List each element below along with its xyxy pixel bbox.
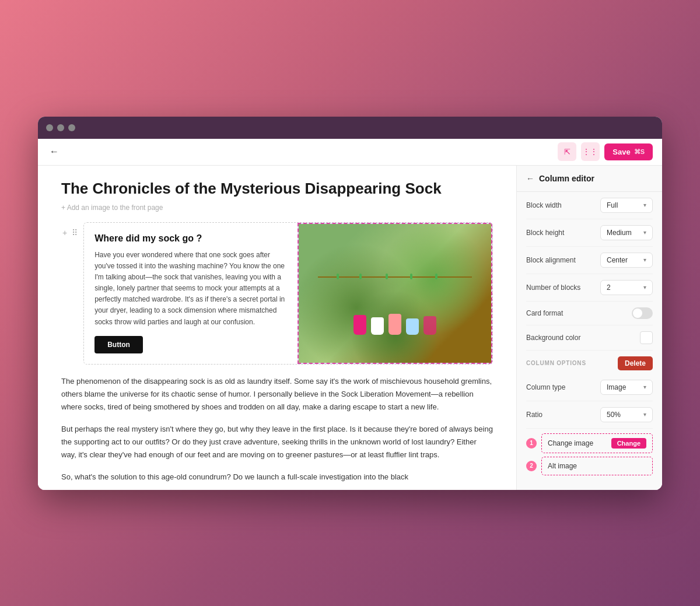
panel-header: ← Column editor xyxy=(517,166,662,192)
toolbar-right: ⇱ ⋮⋮ Save ⌘S xyxy=(558,142,653,161)
block-width-row: Block width Full ▾ xyxy=(526,192,653,219)
text-column: Where did my sock go ? Have you ever won… xyxy=(84,223,298,364)
sock-1 xyxy=(354,315,366,335)
block-width-label: Block width xyxy=(526,201,562,209)
browser-dot-green xyxy=(68,124,75,131)
alt-image-label: Alt image xyxy=(548,462,577,470)
column-type-label: Column type xyxy=(526,383,565,391)
page-title: The Chronicles of the Mysterious Disappe… xyxy=(61,180,493,198)
card-format-toggle[interactable] xyxy=(632,307,653,319)
block-height-value: Medium xyxy=(607,229,632,237)
save-label: Save xyxy=(612,148,630,156)
sock-image xyxy=(299,224,491,363)
ratio-label: Ratio xyxy=(526,411,542,419)
column-type-value: Image xyxy=(607,383,626,391)
chevron-down-icon-4: ▾ xyxy=(643,284,646,290)
block-height-label: Block height xyxy=(526,229,564,237)
block-height-row: Block height Medium ▾ xyxy=(526,219,653,247)
sock-2 xyxy=(371,317,384,335)
panel-section: Block width Full ▾ Block height Medium ▾ xyxy=(517,192,662,351)
toggle-knob xyxy=(633,309,642,318)
back-button[interactable]: ← xyxy=(47,144,61,159)
content-area: The Chronicles of the Mysterious Disappe… xyxy=(38,166,516,490)
number-of-blocks-label: Number of blocks xyxy=(526,283,580,292)
external-link-button[interactable]: ⇱ xyxy=(558,142,576,161)
body-paragraph-2: But perhaps the real mystery isn't where… xyxy=(61,423,493,461)
browser-dots xyxy=(46,124,75,131)
editor-toolbar: ← ⇱ ⋮⋮ Save ⌘S xyxy=(38,139,662,166)
save-button[interactable]: Save ⌘S xyxy=(604,143,653,160)
block-width-value: Full xyxy=(607,201,618,209)
chevron-down-icon: ▾ xyxy=(643,202,646,208)
column-options-section: Column type Image ▾ Ratio 50% ▾ xyxy=(517,374,662,429)
block-row: + ⠿ Where did my sock go ? Have you ever… xyxy=(61,222,493,365)
change-image-field[interactable]: Change image Change xyxy=(541,433,653,453)
block-alignment-row: Block alignment Center ▾ xyxy=(526,247,653,274)
number-of-blocks-select[interactable]: 2 ▾ xyxy=(600,280,653,295)
numbered-field-2: 2 Alt image xyxy=(526,457,653,475)
field-number-1: 1 xyxy=(526,438,537,449)
sock-shapes xyxy=(354,314,436,335)
two-column-block: Where did my sock go ? Have you ever won… xyxy=(83,222,493,365)
column-options-header: COLUMN OPTIONS Delete xyxy=(517,351,662,374)
panel-back-icon: ← xyxy=(526,174,534,183)
sock-4 xyxy=(406,318,419,335)
panel-back-button[interactable]: ← xyxy=(526,174,534,183)
browser-titlebar xyxy=(38,117,662,139)
block-alignment-select[interactable]: Center ▾ xyxy=(600,253,653,268)
block-height-select[interactable]: Medium ▾ xyxy=(600,225,653,240)
alt-image-field[interactable]: Alt image xyxy=(541,457,653,475)
chevron-down-icon-6: ▾ xyxy=(643,411,646,418)
column-type-row: Column type Image ▾ xyxy=(526,374,653,401)
add-block-button[interactable]: + xyxy=(61,227,68,239)
save-shortcut: ⌘S xyxy=(634,148,645,156)
browser-dot-red xyxy=(46,124,53,131)
body-paragraph-1: The phenomenon of the disappearing sock … xyxy=(61,375,493,414)
block-body-text: Have you ever wondered where that one so… xyxy=(94,250,287,328)
browser-body: ← ⇱ ⋮⋮ Save ⌘S The Chronicles of the Mys… xyxy=(38,139,662,490)
block-controls: + ⠿ xyxy=(61,222,79,239)
change-image-label: Change image xyxy=(548,439,593,447)
background-color-row: Background color xyxy=(526,325,653,351)
sock-5 xyxy=(424,316,436,335)
add-image-hint[interactable]: + Add an image to the front page xyxy=(61,204,493,212)
grid-view-button[interactable]: ⋮⋮ xyxy=(581,142,600,161)
block-alignment-label: Block alignment xyxy=(526,256,576,264)
panel-title: Column editor xyxy=(539,174,594,183)
toolbar-left: ← xyxy=(47,144,61,159)
card-format-label: Card format xyxy=(526,309,563,317)
clothesline xyxy=(318,276,472,278)
external-link-icon: ⇱ xyxy=(564,148,570,156)
numbered-field-1: 1 Change image Change xyxy=(526,433,653,453)
background-color-label: Background color xyxy=(526,334,580,342)
image-column[interactable]: + ⤢ FULL WIDTH xyxy=(298,223,492,364)
block-button[interactable]: Button xyxy=(94,336,143,353)
change-image-button[interactable]: Change xyxy=(611,438,646,449)
number-of-blocks-row: Number of blocks 2 ▾ xyxy=(526,274,653,302)
body-paragraph-3: So, what's the solution to this age-old … xyxy=(61,471,493,484)
block-alignment-value: Center xyxy=(607,256,628,264)
right-panel: ← Column editor Block width Full ▾ xyxy=(516,166,662,490)
browser-window: ← ⇱ ⋮⋮ Save ⌘S The Chronicles of the Mys… xyxy=(38,117,662,490)
chevron-down-icon-3: ▾ xyxy=(643,257,646,263)
block-heading: Where did my sock go ? xyxy=(94,233,287,244)
drag-block-button[interactable]: ⠿ xyxy=(71,227,79,239)
color-swatch[interactable] xyxy=(640,331,653,344)
color-swatch-container xyxy=(640,331,653,344)
delete-button[interactable]: Delete xyxy=(618,356,653,370)
ratio-value: 50% xyxy=(607,411,621,419)
browser-dot-yellow xyxy=(57,124,64,131)
ratio-select[interactable]: 50% ▾ xyxy=(600,407,653,422)
numbered-fields-container: 1 Change image Change 2 Alt imag xyxy=(517,429,662,484)
field-number-2: 2 xyxy=(526,461,537,471)
sock-3 xyxy=(388,314,401,335)
column-options-label: COLUMN OPTIONS xyxy=(526,360,586,366)
grid-icon: ⋮⋮ xyxy=(583,148,598,156)
block-width-select[interactable]: Full ▾ xyxy=(600,198,653,213)
number-of-blocks-value: 2 xyxy=(607,283,611,292)
editor-main: The Chronicles of the Mysterious Disappe… xyxy=(38,166,662,490)
column-type-select[interactable]: Image ▾ xyxy=(600,380,653,395)
chevron-down-icon-2: ▾ xyxy=(643,229,646,236)
ratio-row: Ratio 50% ▾ xyxy=(526,401,653,429)
card-format-row: Card format xyxy=(526,302,653,325)
